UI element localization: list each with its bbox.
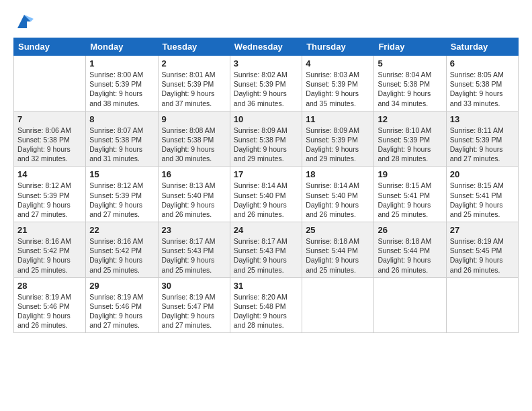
day-number: 16 (162, 169, 226, 179)
calendar-cell: 6Sunrise: 8:05 AM Sunset: 5:38 PM Daylig… (446, 56, 518, 111)
page: SundayMondayTuesdayWednesdayThursdayFrid… (0, 0, 532, 340)
day-info: Sunrise: 8:12 AM Sunset: 5:39 PM Dayligh… (17, 181, 82, 219)
day-info: Sunrise: 8:19 AM Sunset: 5:45 PM Dayligh… (450, 236, 515, 275)
day-info: Sunrise: 8:14 AM Sunset: 5:40 PM Dayligh… (306, 181, 370, 219)
calendar-cell (374, 277, 446, 333)
calendar-cell: 10Sunrise: 8:09 AM Sunset: 5:38 PM Dayli… (230, 111, 302, 167)
calendar-cell: 8Sunrise: 8:07 AM Sunset: 5:38 PM Daylig… (86, 111, 158, 167)
calendar-cell: 18Sunrise: 8:14 AM Sunset: 5:40 PM Dayli… (302, 167, 374, 222)
weekday-header: Wednesday (230, 38, 302, 56)
header (13, 12, 519, 31)
day-info: Sunrise: 8:18 AM Sunset: 5:44 PM Dayligh… (306, 236, 370, 275)
day-number: 13 (450, 114, 515, 124)
day-info: Sunrise: 8:01 AM Sunset: 5:39 PM Dayligh… (162, 70, 226, 108)
calendar-cell: 7Sunrise: 8:06 AM Sunset: 5:38 PM Daylig… (14, 111, 86, 167)
day-number: 6 (450, 58, 515, 68)
day-number: 8 (89, 114, 154, 124)
day-number: 24 (234, 225, 298, 235)
day-info: Sunrise: 8:00 AM Sunset: 5:39 PM Dayligh… (89, 70, 154, 108)
day-info: Sunrise: 8:13 AM Sunset: 5:40 PM Dayligh… (162, 181, 226, 219)
day-number: 18 (306, 169, 370, 179)
day-number: 12 (378, 114, 442, 124)
day-number: 17 (234, 169, 298, 179)
calendar-cell: 25Sunrise: 8:18 AM Sunset: 5:44 PM Dayli… (302, 222, 374, 278)
day-number: 22 (89, 225, 154, 235)
day-info: Sunrise: 8:16 AM Sunset: 5:42 PM Dayligh… (17, 236, 82, 275)
day-number: 3 (234, 58, 298, 68)
day-number: 30 (162, 281, 226, 291)
day-info: Sunrise: 8:17 AM Sunset: 5:43 PM Dayligh… (162, 236, 226, 275)
day-info: Sunrise: 8:19 AM Sunset: 5:46 PM Dayligh… (17, 292, 82, 330)
calendar-cell (14, 56, 86, 111)
calendar-cell: 5Sunrise: 8:04 AM Sunset: 5:38 PM Daylig… (374, 56, 446, 111)
day-info: Sunrise: 8:11 AM Sunset: 5:39 PM Dayligh… (450, 126, 515, 164)
calendar-week-row: 1Sunrise: 8:00 AM Sunset: 5:39 PM Daylig… (14, 56, 519, 111)
calendar-cell (302, 277, 374, 333)
weekday-header: Thursday (302, 38, 374, 56)
calendar-cell: 9Sunrise: 8:08 AM Sunset: 5:38 PM Daylig… (158, 111, 230, 167)
calendar-cell: 20Sunrise: 8:15 AM Sunset: 5:41 PM Dayli… (446, 167, 518, 222)
day-number: 9 (162, 114, 226, 124)
calendar-header-row: SundayMondayTuesdayWednesdayThursdayFrid… (14, 38, 519, 56)
day-info: Sunrise: 8:14 AM Sunset: 5:40 PM Dayligh… (234, 181, 298, 219)
day-info: Sunrise: 8:10 AM Sunset: 5:39 PM Dayligh… (378, 126, 442, 164)
day-number: 26 (378, 225, 442, 235)
day-number: 20 (450, 169, 515, 179)
calendar-cell (446, 277, 518, 333)
day-number: 4 (306, 58, 370, 68)
calendar-cell: 22Sunrise: 8:16 AM Sunset: 5:42 PM Dayli… (86, 222, 158, 278)
calendar-week-row: 21Sunrise: 8:16 AM Sunset: 5:42 PM Dayli… (14, 222, 519, 278)
calendar-cell: 3Sunrise: 8:02 AM Sunset: 5:39 PM Daylig… (230, 56, 302, 111)
day-info: Sunrise: 8:20 AM Sunset: 5:48 PM Dayligh… (234, 292, 298, 330)
day-info: Sunrise: 8:19 AM Sunset: 5:47 PM Dayligh… (162, 292, 226, 330)
day-number: 2 (162, 58, 226, 68)
day-number: 31 (234, 281, 298, 291)
weekday-header: Monday (86, 38, 158, 56)
day-info: Sunrise: 8:08 AM Sunset: 5:38 PM Dayligh… (162, 126, 226, 164)
calendar-cell: 27Sunrise: 8:19 AM Sunset: 5:45 PM Dayli… (446, 222, 518, 278)
day-info: Sunrise: 8:09 AM Sunset: 5:38 PM Dayligh… (234, 126, 298, 164)
day-info: Sunrise: 8:04 AM Sunset: 5:38 PM Dayligh… (378, 70, 442, 108)
calendar-cell: 30Sunrise: 8:19 AM Sunset: 5:47 PM Dayli… (158, 277, 230, 333)
day-info: Sunrise: 8:17 AM Sunset: 5:43 PM Dayligh… (234, 236, 298, 275)
calendar-cell: 2Sunrise: 8:01 AM Sunset: 5:39 PM Daylig… (158, 56, 230, 111)
day-info: Sunrise: 8:15 AM Sunset: 5:41 PM Dayligh… (378, 181, 442, 219)
calendar-cell: 15Sunrise: 8:12 AM Sunset: 5:39 PM Dayli… (86, 167, 158, 222)
day-info: Sunrise: 8:15 AM Sunset: 5:41 PM Dayligh… (450, 181, 515, 219)
day-number: 11 (306, 114, 370, 124)
calendar-cell: 24Sunrise: 8:17 AM Sunset: 5:43 PM Dayli… (230, 222, 302, 278)
day-number: 5 (378, 58, 442, 68)
weekday-header: Sunday (14, 38, 86, 56)
weekday-header: Friday (374, 38, 446, 56)
calendar-cell: 1Sunrise: 8:00 AM Sunset: 5:39 PM Daylig… (86, 56, 158, 111)
calendar-cell: 11Sunrise: 8:09 AM Sunset: 5:39 PM Dayli… (302, 111, 374, 167)
day-info: Sunrise: 8:09 AM Sunset: 5:39 PM Dayligh… (306, 126, 370, 164)
logo-icon (15, 12, 34, 31)
calendar-week-row: 28Sunrise: 8:19 AM Sunset: 5:46 PM Dayli… (14, 277, 519, 333)
calendar-cell: 28Sunrise: 8:19 AM Sunset: 5:46 PM Dayli… (14, 277, 86, 333)
calendar-cell: 21Sunrise: 8:16 AM Sunset: 5:42 PM Dayli… (14, 222, 86, 278)
day-number: 19 (378, 169, 442, 179)
calendar-week-row: 7Sunrise: 8:06 AM Sunset: 5:38 PM Daylig… (14, 111, 519, 167)
day-number: 29 (89, 281, 154, 291)
calendar-cell: 13Sunrise: 8:11 AM Sunset: 5:39 PM Dayli… (446, 111, 518, 167)
day-info: Sunrise: 8:19 AM Sunset: 5:46 PM Dayligh… (89, 292, 154, 330)
day-number: 23 (162, 225, 226, 235)
day-number: 28 (17, 281, 82, 291)
day-number: 27 (450, 225, 515, 235)
day-info: Sunrise: 8:07 AM Sunset: 5:38 PM Dayligh… (89, 126, 154, 164)
day-info: Sunrise: 8:12 AM Sunset: 5:39 PM Dayligh… (89, 181, 154, 219)
calendar-week-row: 14Sunrise: 8:12 AM Sunset: 5:39 PM Dayli… (14, 167, 519, 222)
calendar-cell: 29Sunrise: 8:19 AM Sunset: 5:46 PM Dayli… (86, 277, 158, 333)
calendar-cell: 31Sunrise: 8:20 AM Sunset: 5:48 PM Dayli… (230, 277, 302, 333)
day-number: 10 (234, 114, 298, 124)
calendar-cell: 4Sunrise: 8:03 AM Sunset: 5:39 PM Daylig… (302, 56, 374, 111)
day-info: Sunrise: 8:03 AM Sunset: 5:39 PM Dayligh… (306, 70, 370, 108)
calendar-cell: 23Sunrise: 8:17 AM Sunset: 5:43 PM Dayli… (158, 222, 230, 278)
day-number: 15 (89, 169, 154, 179)
calendar-cell: 12Sunrise: 8:10 AM Sunset: 5:39 PM Dayli… (374, 111, 446, 167)
calendar-cell: 19Sunrise: 8:15 AM Sunset: 5:41 PM Dayli… (374, 167, 446, 222)
day-info: Sunrise: 8:18 AM Sunset: 5:44 PM Dayligh… (378, 236, 442, 275)
weekday-header: Tuesday (158, 38, 230, 56)
calendar-cell: 26Sunrise: 8:18 AM Sunset: 5:44 PM Dayli… (374, 222, 446, 278)
